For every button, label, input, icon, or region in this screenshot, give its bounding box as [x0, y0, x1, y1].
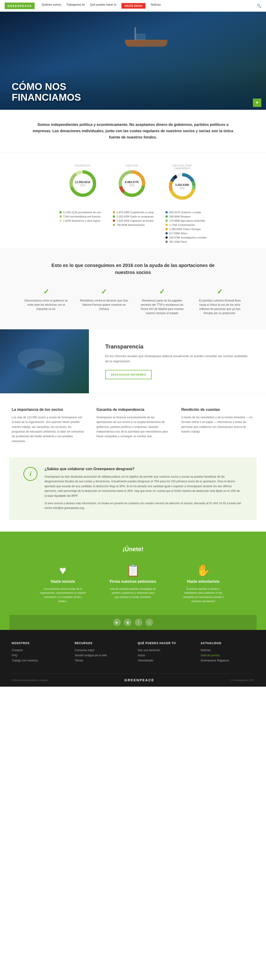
- col-rendicion: Rendición de cuentas A través de las new…: [181, 407, 254, 444]
- info-icon: i: [23, 467, 37, 481]
- nav-links: Quiénes somos Trabajamos en Qué puedes h…: [42, 3, 161, 9]
- achievement-item-2: ✓ Revelamos parte de los papeles secreto…: [138, 288, 186, 315]
- nav-trabajamos[interactable]: Trabajamos en: [66, 3, 85, 9]
- legend-item: 790.959€ Administración: [113, 224, 154, 226]
- footer-puedes-title: Qué puedes hacer tú: [138, 641, 191, 645]
- footer-actualidad-title: Actualidad: [201, 641, 254, 645]
- footer-link-tienda[interactable]: Tienda: [75, 659, 128, 662]
- green-cta-title: ¡Únete!: [10, 546, 256, 553]
- legend-item: 2.835.945€ Captación de fondos: [113, 219, 154, 222]
- info-content: ¿Sabías que colaborar con Greenpeace des…: [45, 467, 243, 511]
- footer-link-noticias[interactable]: Noticias: [201, 649, 254, 652]
- achievement-title: Esto es lo que conseguimos en 2016 con l…: [51, 262, 215, 276]
- charts-section: INGRESOS 11.093.621€ 2016 GASTOS: [0, 153, 266, 248]
- footer-link-version[interactable]: Versión antigua de la web: [75, 654, 128, 657]
- chart-ingresos: INGRESOS 11.093.621€ 2016: [67, 164, 98, 202]
- cta-voluntario: ✋ Hazte voluntario/a Si quieres aportar …: [180, 565, 227, 603]
- footer-link-donacion[interactable]: Haz una donación: [138, 649, 191, 652]
- youtube-icon[interactable]: ▶: [113, 619, 121, 626]
- nav-search-icon[interactable]: 🔍: [256, 3, 261, 8]
- achievement-item-1: ✓ Resistimos contra el almacén que Gas N…: [80, 288, 128, 315]
- charts-row: INGRESOS 11.093.621€ 2016 GASTOS: [10, 164, 256, 202]
- achievement-item-0: ✓ Denunciamos cómo el gobierno se rinde …: [22, 288, 71, 315]
- nav-noticias[interactable]: Noticias: [151, 3, 161, 9]
- info-extra: Si eres socio/a y deseas más información…: [45, 501, 243, 511]
- achievement-section: Esto es lo que conseguimos en 2016 con l…: [0, 248, 266, 329]
- instagram-icon[interactable]: ◉: [124, 619, 131, 626]
- legend-item: 264.318€ Otros: [165, 240, 207, 243]
- cta-peticiones-title: Firma nuestras peticiones: [110, 579, 156, 584]
- col-socios-title: La importancia de los socios: [12, 407, 85, 412]
- footer-link-prensa[interactable]: Sala de prensa: [201, 654, 254, 657]
- nav-puedes[interactable]: Qué puedes hacer tú: [90, 3, 116, 9]
- legend-item: 188.964€ Bosques: [165, 215, 207, 218]
- col-rendicion-text: A través de las newsletters y de la revi…: [181, 415, 254, 434]
- footer-link-consume[interactable]: Consume mejor: [75, 649, 128, 652]
- twitter-icon[interactable]: t: [146, 619, 153, 626]
- footer-recursos-title: Recursos: [75, 641, 128, 645]
- legend-gastos: 2.676.038€ Contribución a camp 3.202.635…: [113, 211, 154, 243]
- transparency-image: [0, 329, 89, 393]
- green-cta-section: ¡Únete! ♥ Hazte socio/a Los socios/as so…: [0, 531, 266, 630]
- chart-ingresos-year: 2016: [75, 184, 91, 187]
- heart-icon: ♥: [59, 565, 66, 576]
- footer-bottom-logo: GREENPEACE: [125, 678, 154, 682]
- legend-item: 100.978€ Investigación e inciden: [165, 236, 207, 239]
- footer-link-trabaja[interactable]: Trabaja con nosotros: [12, 659, 65, 662]
- legend-item: 3.202.635€ Gasto en programas: [113, 215, 154, 218]
- col-independencia: Garantía de independencia Greenpeace se …: [96, 407, 169, 444]
- footer-link-faq[interactable]: FAQ: [12, 654, 65, 657]
- chart-campanas-year: 2016: [175, 187, 189, 189]
- chart-gastos-label: GASTOS: [126, 164, 138, 167]
- chart-ingresos-amount: 11.093.621€: [75, 180, 91, 184]
- chart-campanas: GASTOS POR CAMPAÑAS 3.202.635€ 2016: [166, 164, 199, 202]
- cta-socio-title: Hazte socio/a: [51, 579, 75, 584]
- three-cols-section: La importancia de los socios Los más de …: [0, 393, 266, 458]
- chart-campanas-amount: 3.202.635€: [175, 183, 189, 187]
- footer-col-actualidad: Actualidad Noticias Sala de prensa Green…: [201, 641, 254, 664]
- nav-logo[interactable]: GREENPEACE: [5, 3, 35, 9]
- green-cta-cols: ♥ Hazte socio/a Los socios/as somos el p…: [10, 565, 256, 615]
- cta-peticiones-text: Una de nuestras grandes estrategias de p…: [110, 587, 157, 599]
- legend-item: 617.696€ Ártico: [165, 232, 207, 235]
- transparency-text: En los informes anuales que Greenpeace e…: [105, 353, 250, 364]
- facebook-icon[interactable]: f: [135, 619, 142, 626]
- cta-voluntario-title: Hazte voluntario/a: [187, 579, 220, 584]
- footer-cols: Nosotros Contacto FAQ Trabaja con nosotr…: [12, 641, 254, 664]
- achievements-row: ✓ Denunciamos cómo el gobierno se rinde …: [22, 288, 244, 315]
- download-reports-button[interactable]: DESCARGAR INFORMES: [105, 370, 152, 379]
- footer-link-voluntariado[interactable]: Voluntariado: [138, 659, 191, 662]
- info-text: Greenpeace ha sido declarada asociación …: [45, 474, 243, 498]
- nav-cta[interactable]: HAZTE SOCIO: [122, 3, 146, 9]
- hand-icon: ✋: [196, 565, 211, 576]
- cta-socio-text: Los socios/as somos el pilar de la organ…: [40, 587, 87, 603]
- hero-text-block: CÓMO NOS FINANCIAMOS: [0, 74, 93, 110]
- intro-text: Somos independientes política y económic…: [32, 121, 234, 141]
- legend-item: 1.923€ financieros y otros ingres: [59, 219, 101, 222]
- hero-section: CÓMO NOS FINANCIAMOS ▼: [0, 12, 266, 110]
- footer-link-magazine[interactable]: Greenpeace Magazine: [201, 659, 254, 662]
- chart-gastos: GASTOS 9.493.577€ 2016: [117, 164, 147, 202]
- col-socios-text: Los más de 110.000 socios y socias de Gr…: [12, 415, 85, 444]
- achievement-item-3: ✓ El pianista Ludovico Einaudi lleva has…: [195, 288, 244, 315]
- check-icon-2: ✓: [159, 288, 165, 296]
- transparency-section: Transparencia En los informes anuales qu…: [0, 329, 266, 393]
- chart-campanas-label: GASTOS POR CAMPAÑAS: [166, 164, 199, 170]
- legend-ingresos: 11.092.212€ procedentes de soci 714€ mer…: [59, 211, 101, 243]
- footer: Nosotros Contacto FAQ Trabaja con nosotr…: [0, 630, 266, 687]
- legend-item: 1.288.508€ Clima / Energía: [165, 228, 207, 231]
- col-independencia-title: Garantía de independencia: [96, 407, 169, 412]
- social-row: ▶ ◉ f t: [10, 615, 256, 630]
- check-icon-3: ✓: [217, 288, 223, 296]
- nav-quienes[interactable]: Quiénes somos: [42, 3, 61, 9]
- footer-link-actua[interactable]: Actúa: [138, 654, 191, 657]
- footer-privacy-link[interactable]: Política de privacidad y cookies: [12, 679, 48, 681]
- nav-logo-text: GREENPEACE: [8, 5, 32, 8]
- cta-voluntario-text: Si quieres aportar tu tiempo y habilidad…: [180, 587, 227, 603]
- footer-link-contacto[interactable]: Contacto: [12, 649, 65, 652]
- chart-gastos-amount: 9.493.577€: [125, 180, 139, 184]
- hero-arrow-button[interactable]: ▼: [253, 99, 261, 107]
- info-title: ¿Sabías que colaborar con Greenpeace des…: [45, 467, 243, 471]
- cta-peticiones: 📋 Firma nuestras peticiones Una de nuest…: [110, 565, 157, 603]
- achievement-text-0: Denunciamos cómo el gobierno se rinde an…: [22, 299, 71, 311]
